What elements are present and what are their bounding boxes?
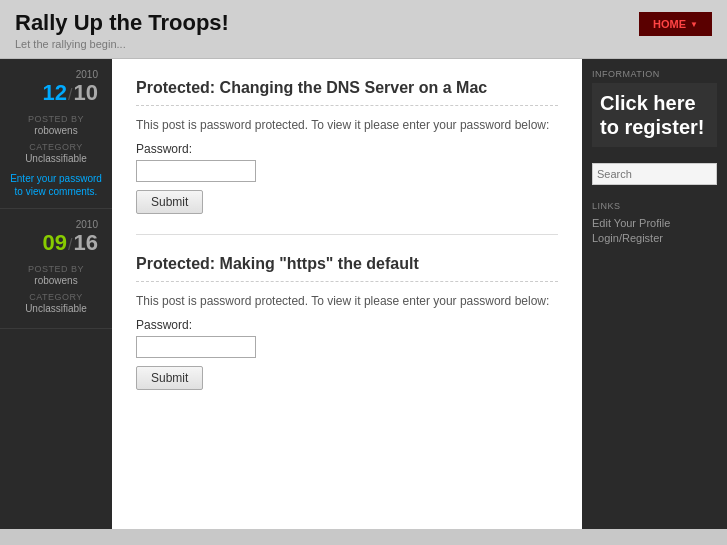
post-2-year: 2010 — [8, 219, 104, 230]
post-1-posted-by-label: POSTED BY — [8, 114, 104, 124]
sidebar-right: INFORMATION Click here to register! 🔍 LI… — [582, 59, 727, 529]
post-2-category-label: CATEGORY — [8, 292, 104, 302]
search-widget: 🔍 — [592, 163, 717, 185]
header: Rally Up the Troops! Let the rallying be… — [0, 0, 727, 59]
post-2-category: Unclassifiable — [8, 303, 104, 314]
post-1-sep: / — [68, 86, 72, 104]
post-1-password-label: Password: — [136, 142, 558, 156]
links-label: LINKS — [592, 201, 717, 211]
register-text[interactable]: Click here to register! — [600, 91, 709, 139]
content-area: Protected: Changing the DNS Server on a … — [112, 59, 582, 529]
post-2-sep: / — [68, 236, 72, 254]
sidebar-left: 2010 12 / 10 POSTED BY robowens CATEGORY… — [0, 59, 112, 529]
post-1-posted-by: robowens — [8, 125, 104, 136]
tagline: Let the rallying begin... — [15, 38, 712, 50]
site-title: Rally Up the Troops! — [15, 10, 712, 36]
sidebar-post-1: 2010 12 / 10 POSTED BY robowens CATEGORY… — [0, 59, 112, 209]
post-2-month: 09 — [43, 230, 67, 256]
post-2-password-label: Password: — [136, 318, 558, 332]
login-register-link[interactable]: Login/Register — [592, 232, 717, 244]
post-2-divider — [136, 281, 558, 282]
post-2-posted-by: robowens — [8, 275, 104, 286]
post-1-password-note[interactable]: Enter your password to view comments. — [8, 172, 104, 198]
post-1-submit-button[interactable]: Submit — [136, 190, 203, 214]
links-widget: LINKS Edit Your Profile Login/Register — [592, 201, 717, 244]
register-box[interactable]: Click here to register! — [592, 83, 717, 147]
post-block-2: Protected: Making "https" the default Th… — [136, 255, 558, 410]
home-label: HOME — [653, 18, 686, 30]
post-1-divider — [136, 105, 558, 106]
post-2-title: Protected: Making "https" the default — [136, 255, 558, 273]
post-block-1: Protected: Changing the DNS Server on a … — [136, 79, 558, 235]
post-1-month: 12 — [43, 80, 67, 106]
information-label: INFORMATION — [592, 69, 717, 79]
post-2-submit-button[interactable]: Submit — [136, 366, 203, 390]
post-2-posted-by-label: POSTED BY — [8, 264, 104, 274]
edit-profile-link[interactable]: Edit Your Profile — [592, 217, 717, 229]
search-box: 🔍 — [592, 163, 717, 185]
post-1-title: Protected: Changing the DNS Server on a … — [136, 79, 558, 97]
sidebar-post-2: 2010 09 / 16 POSTED BY robowens CATEGORY… — [0, 209, 112, 329]
post-2-date: 09 / 16 — [8, 230, 104, 256]
post-1-date: 12 / 10 — [8, 80, 104, 106]
post-1-year: 2010 — [8, 69, 104, 80]
post-1-category: Unclassifiable — [8, 153, 104, 164]
post-1-password-input[interactable] — [136, 160, 256, 182]
register-widget: INFORMATION Click here to register! — [592, 69, 717, 147]
post-1-day: 10 — [74, 80, 98, 106]
search-input[interactable] — [593, 166, 727, 182]
post-2-day: 16 — [74, 230, 98, 256]
post-1-description: This post is password protected. To view… — [136, 118, 558, 132]
post-2-password-input[interactable] — [136, 336, 256, 358]
chevron-down-icon: ▼ — [690, 20, 698, 29]
home-button[interactable]: HOME ▼ — [639, 12, 712, 36]
post-1-category-label: CATEGORY — [8, 142, 104, 152]
post-2-description: This post is password protected. To view… — [136, 294, 558, 308]
main-wrapper: 2010 12 / 10 POSTED BY robowens CATEGORY… — [0, 59, 727, 529]
